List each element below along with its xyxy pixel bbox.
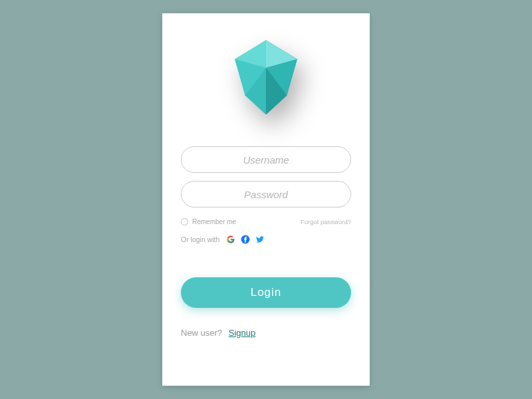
facebook-icon[interactable]: [241, 235, 250, 244]
login-form: [181, 146, 351, 215]
twitter-icon[interactable]: [255, 235, 265, 244]
login-button[interactable]: Login: [181, 277, 351, 308]
options-row: Remember me Forgot password?: [181, 218, 351, 225]
social-icons: [226, 235, 265, 244]
signup-row: New user? Signup: [181, 328, 351, 338]
radio-icon: [181, 218, 188, 225]
forgot-password-link[interactable]: Forgot password?: [301, 218, 351, 225]
login-screen: Remember me Forgot password? Or login wi…: [162, 13, 370, 386]
signup-link[interactable]: Signup: [229, 328, 255, 338]
google-icon[interactable]: [226, 235, 235, 244]
username-input[interactable]: [181, 146, 351, 173]
logo-container: [181, 33, 351, 120]
remember-me-toggle[interactable]: Remember me: [181, 218, 236, 225]
social-login-row: Or login with: [181, 235, 351, 244]
remember-me-label: Remember me: [192, 218, 236, 225]
new-user-label: New user?: [181, 328, 222, 338]
password-input[interactable]: [181, 181, 351, 207]
social-login-label: Or login with: [181, 235, 219, 243]
gem-logo-icon: [223, 33, 309, 120]
